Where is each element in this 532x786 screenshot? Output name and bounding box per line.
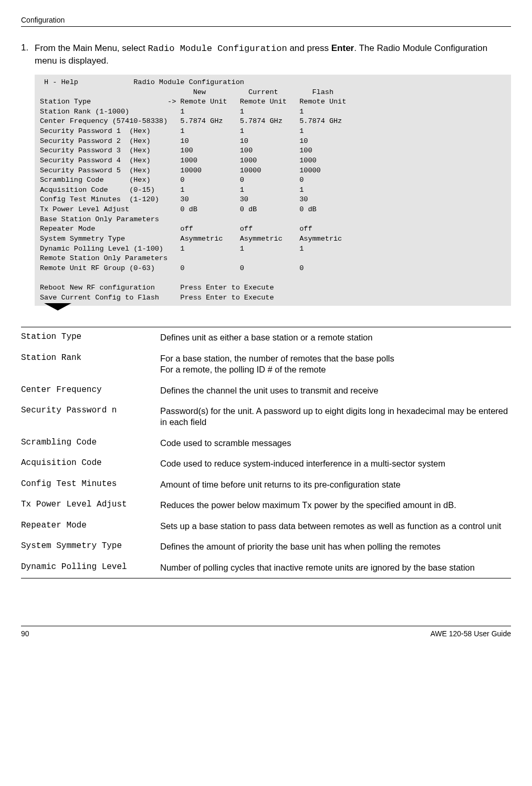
definition-term: Dynamic Polling Level bbox=[21, 562, 160, 573]
definition-term: Station Type bbox=[21, 332, 160, 343]
terminal-block: H - Help Radio Module Configuration New … bbox=[35, 75, 511, 306]
table-row: Security Password n Password(s) for the … bbox=[21, 401, 511, 433]
definition-description: Defines unit as either a base station or… bbox=[160, 332, 372, 343]
step-mid: and press bbox=[287, 43, 331, 53]
page-header: Configuration bbox=[21, 16, 511, 27]
definition-term: Station Rank bbox=[21, 353, 160, 376]
definition-description: Amount of time before unit returns to it… bbox=[160, 479, 401, 490]
step-number: 1. bbox=[21, 43, 35, 67]
definition-description: For a base station, the number of remote… bbox=[160, 353, 394, 376]
definition-description: Number of polling cycles that inactive r… bbox=[160, 562, 475, 573]
page-number: 90 bbox=[21, 629, 29, 638]
page-footer: 90 AWE 120-58 User Guide bbox=[21, 626, 511, 638]
table-row: Repeater Mode Sets up a base station to … bbox=[21, 516, 511, 536]
table-row: Acquisition Code Code used to reduce sys… bbox=[21, 453, 511, 474]
definition-description: Password(s) for the unit. A password up … bbox=[160, 406, 511, 428]
instruction-step: 1. From the Main Menu, select Radio Modu… bbox=[21, 43, 511, 67]
definition-description: Defines the channel the unit uses to tra… bbox=[160, 385, 379, 396]
definition-description: Reduces the power below maximum Tx power… bbox=[160, 500, 456, 511]
definition-term: Security Password n bbox=[21, 406, 160, 428]
definition-description: Code used to scramble messages bbox=[160, 438, 291, 449]
step-text: From the Main Menu, select Radio Module … bbox=[35, 43, 511, 67]
definition-term: Scrambling Code bbox=[21, 438, 160, 449]
table-row: Scrambling Code Code used to scramble me… bbox=[21, 433, 511, 453]
definition-term: Acquisition Code bbox=[21, 458, 160, 469]
step-key: Enter bbox=[331, 43, 354, 53]
definition-term: Tx Power Level Adjust bbox=[21, 500, 160, 511]
guide-title: AWE 120-58 User Guide bbox=[430, 629, 511, 638]
table-row: Station Rank For a base station, the num… bbox=[21, 348, 511, 380]
definition-term: Center Frequency bbox=[21, 385, 160, 396]
table-row: System Symmetry Type Defines the amount … bbox=[21, 536, 511, 557]
definition-term: Repeater Mode bbox=[21, 521, 160, 532]
definition-term: System Symmetry Type bbox=[21, 541, 160, 552]
step-prefix: From the Main Menu, select bbox=[35, 43, 148, 53]
definition-term: Config Test Minutes bbox=[21, 479, 160, 490]
terminal-output: H - Help Radio Module Configuration New … bbox=[35, 75, 511, 306]
table-row: Center Frequency Defines the channel the… bbox=[21, 380, 511, 401]
definition-description: Code used to reduce system-induced inter… bbox=[160, 458, 445, 469]
continuation-arrow-icon bbox=[44, 303, 71, 311]
table-row: Tx Power Level Adjust Reduces the power … bbox=[21, 495, 511, 515]
table-row: Dynamic Polling Level Number of polling … bbox=[21, 557, 511, 578]
table-row: Station Type Defines unit as either a ba… bbox=[21, 327, 511, 348]
definition-description: Defines the amount of priority the base … bbox=[160, 541, 441, 552]
definitions-table: Station Type Defines unit as either a ba… bbox=[21, 327, 511, 578]
definition-description: Sets up a base station to pass data betw… bbox=[160, 521, 501, 532]
step-menu-name: Radio Module Configuration bbox=[148, 44, 287, 54]
table-row: Config Test Minutes Amount of time befor… bbox=[21, 474, 511, 495]
